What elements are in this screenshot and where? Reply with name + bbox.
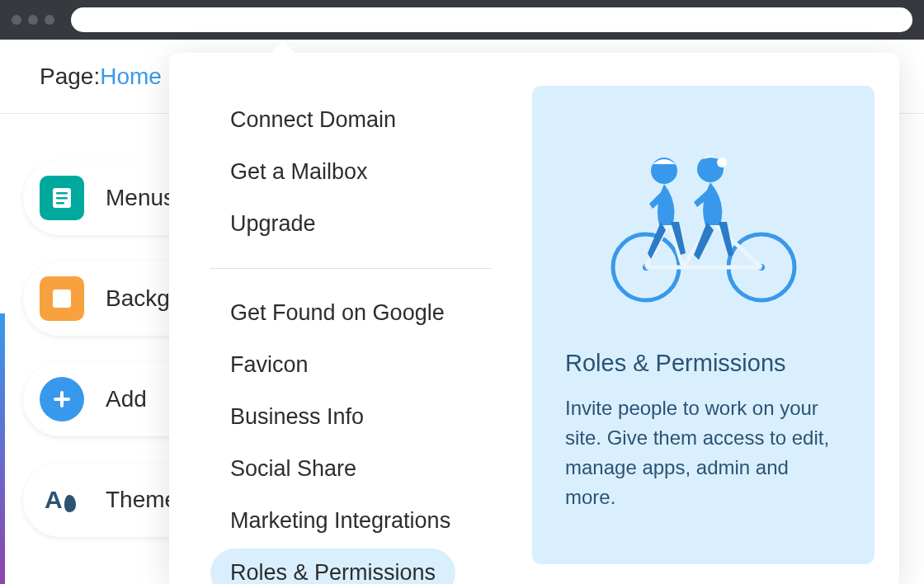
menu-item-connect-domain[interactable]: Connect Domain bbox=[210, 96, 416, 144]
settings-dropdown: Connect Domain Get a Mailbox Upgrade Get… bbox=[169, 53, 899, 584]
theme-icon: A bbox=[40, 478, 84, 522]
svg-rect-1 bbox=[56, 192, 68, 195]
info-description: Invite people to work on your site. Give… bbox=[565, 393, 842, 512]
minimize-window-icon[interactable] bbox=[28, 15, 38, 25]
browser-chrome bbox=[0, 0, 924, 40]
menu-item-google[interactable]: Get Found on Google bbox=[210, 289, 464, 337]
menu-item-get-mailbox[interactable]: Get a Mailbox bbox=[210, 148, 388, 196]
page-label: Page: bbox=[40, 64, 100, 90]
url-bar[interactable] bbox=[71, 7, 912, 32]
background-icon bbox=[40, 276, 84, 321]
menu-item-favicon[interactable]: Favicon bbox=[210, 341, 328, 389]
menu-item-business-info[interactable]: Business Info bbox=[210, 393, 384, 441]
svg-rect-6 bbox=[54, 398, 70, 401]
svg-rect-3 bbox=[56, 202, 64, 205]
illustration-tandem-bike bbox=[565, 119, 842, 325]
dropdown-menu-column: Connect Domain Get a Mailbox Upgrade Get… bbox=[194, 86, 491, 564]
svg-point-14 bbox=[717, 158, 727, 167]
menu-item-marketing[interactable]: Marketing Integrations bbox=[210, 497, 470, 545]
menu-item-roles-permissions[interactable]: Roles & Permissions bbox=[210, 549, 455, 584]
info-panel: Roles & Permissions Invite people to wor… bbox=[532, 86, 874, 564]
sidebar-item-label: Add bbox=[106, 386, 147, 412]
accent-gradient bbox=[0, 313, 5, 584]
dropdown-group-2: Get Found on Google Favicon Business Inf… bbox=[210, 289, 491, 584]
window-controls bbox=[12, 15, 54, 25]
svg-text:A: A bbox=[45, 486, 63, 513]
add-icon bbox=[40, 377, 84, 422]
close-window-icon[interactable] bbox=[12, 15, 21, 25]
menus-icon bbox=[40, 176, 84, 220]
svg-rect-2 bbox=[56, 197, 68, 200]
menu-item-social-share[interactable]: Social Share bbox=[210, 445, 376, 493]
info-title: Roles & Permissions bbox=[565, 350, 842, 377]
menu-item-upgrade[interactable]: Upgrade bbox=[210, 200, 336, 248]
dropdown-group-1: Connect Domain Get a Mailbox Upgrade bbox=[210, 96, 491, 269]
maximize-window-icon[interactable] bbox=[45, 15, 54, 25]
svg-rect-4 bbox=[53, 290, 71, 308]
page-name-link[interactable]: Home bbox=[100, 64, 162, 90]
